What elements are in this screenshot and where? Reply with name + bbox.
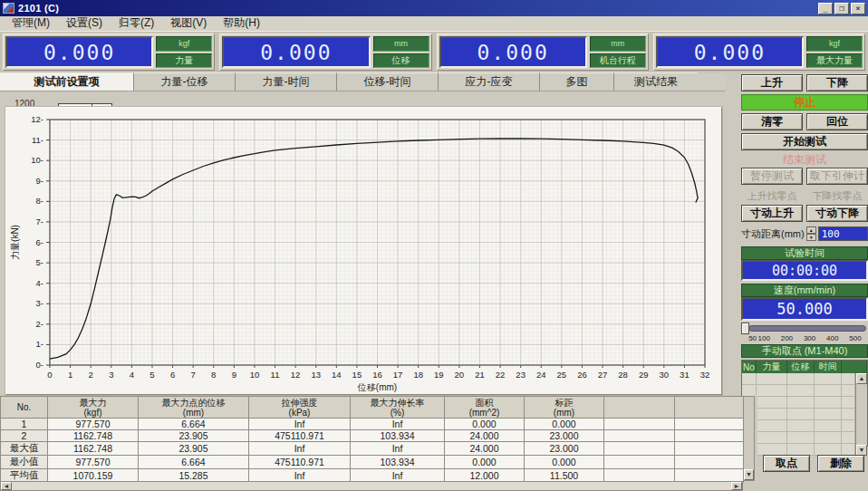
down-find-zero-button[interactable]: 下降找零点 [806, 188, 868, 203]
menu-view[interactable]: 视图(V) [162, 14, 215, 33]
tab-multi-chart[interactable]: 多图 [540, 72, 614, 91]
speed-slider[interactable] [741, 323, 868, 334]
scroll-right-icon[interactable]: ► [731, 482, 742, 490]
x-tick-label: 24 [536, 370, 546, 380]
x-tick-label: 23 [516, 370, 526, 380]
y-tick-label: 3- [36, 298, 43, 308]
menu-manage[interactable]: 管理(M) [4, 14, 58, 33]
maxforce-unit: kgf [806, 36, 863, 52]
menu-help[interactable]: 帮助(H) [215, 14, 268, 33]
take-point-button[interactable]: 取点 [763, 455, 810, 472]
spin-up-icon[interactable]: ▲ [806, 226, 816, 234]
slider-tick-label: 400 [826, 334, 838, 342]
up-find-zero-button[interactable]: 上升找零点 [741, 188, 803, 203]
scroll-down-icon[interactable]: ▼ [744, 469, 754, 480]
manual-points-cell [842, 385, 855, 397]
pause-test-button[interactable]: 暂停测试 [741, 168, 803, 185]
tab-test-results[interactable]: 测试结果 [614, 72, 698, 91]
manual-points-cell [815, 397, 842, 409]
start-test-button[interactable]: 开始测试 [741, 133, 868, 150]
speed-slider-thumb[interactable] [741, 323, 749, 334]
zero-button[interactable]: 清零 [741, 113, 803, 130]
x-tick-label: 28 [618, 370, 628, 380]
manual-points-cell [842, 409, 855, 420]
results-column-header: 标距(mm) [525, 397, 604, 419]
results-column-header [604, 397, 675, 419]
x-tick-label: 7 [191, 370, 196, 380]
tab-pretest-settings[interactable]: 测试前设置项 [0, 72, 134, 91]
x-tick-label: 4 [130, 370, 134, 380]
results-table-body: 1977.5706.664InfInf0.0000.00021162.74823… [1, 419, 744, 483]
return-button[interactable]: 回位 [806, 113, 868, 130]
scroll-left-icon[interactable]: ◄ [1, 482, 12, 490]
displacement-value: 0.000 [222, 36, 370, 68]
y-tick-label: 11- [32, 135, 43, 145]
tab-displacement-time[interactable]: 位移-时间 [337, 72, 439, 91]
maxforce-value: 0.000 [656, 36, 804, 68]
remove-extensometer-button[interactable]: 取下引伸计 [806, 168, 868, 185]
spin-down-icon[interactable]: ▼ [806, 234, 816, 241]
manual-points-cell [757, 409, 787, 420]
x-tick-label: 3 [109, 370, 113, 380]
results-area: No.最大力(kgf)最大力点的位移(mm)拉伸强度(kPa)最大力伸长率(%)… [0, 396, 757, 491]
speed-slider-track[interactable] [748, 325, 866, 332]
jog-up-button[interactable]: 寸动上升 [741, 205, 803, 222]
results-column-header: No. [1, 397, 48, 419]
x-tick-label: 13 [311, 370, 321, 380]
x-tick-label: 15 [352, 370, 362, 380]
manual-points-cell [815, 432, 842, 444]
force-displacement-chart-panel: 0123456789101112131415161718192021222324… [5, 107, 722, 395]
close-button[interactable]: × [851, 3, 865, 14]
x-tick-label: 1 [68, 370, 72, 380]
results-column-header: 最大力(kgf) [48, 397, 139, 419]
maximize-button[interactable]: ❐ [834, 3, 849, 14]
y-tick-label: 12- [31, 114, 43, 124]
minimize-button[interactable]: _ [818, 3, 833, 14]
slider-tick-label: 100 [758, 334, 770, 342]
results-cell: 最大值 [1, 442, 48, 456]
end-test-button[interactable]: 结束测试 [741, 152, 868, 167]
x-tick-label: 32 [700, 370, 710, 380]
tab-force-displacement[interactable]: 力量-位移 [134, 72, 236, 91]
jog-distance-field[interactable]: 100 [818, 226, 868, 241]
results-cell: 103.934 [351, 456, 445, 469]
displacement-label: 位移 [373, 53, 429, 69]
results-table: No.最大力(kgf)最大力点的位移(mm)拉伸强度(kPa)最大力伸长率(%)… [0, 396, 744, 483]
up-button[interactable]: 上升 [741, 74, 803, 91]
scroll-up-icon[interactable]: ▲ [856, 373, 867, 384]
jog-distance-label: 寸动距离(mm) [741, 227, 805, 241]
results-cell: 23.905 [139, 442, 249, 456]
force-displacement-chart: 0123456789101112131415161718192021222324… [6, 108, 721, 394]
results-cell: 23.000 [525, 430, 604, 442]
x-tick-label: 31 [680, 370, 690, 380]
test-time-display: 00:00:00 [741, 260, 868, 281]
jog-distance-stepper[interactable]: ▲▼ [806, 226, 816, 241]
results-column-header [675, 397, 744, 419]
control-panel: 上升 下降 停止 清零 回位 开始测试 结束测试 暂停测试 取下引伸计 上升找零… [741, 74, 868, 491]
results-vertical-scrollbar[interactable]: ▼ [743, 396, 755, 481]
manual-points-table-body [742, 373, 855, 456]
results-cell: 1162.748 [48, 430, 139, 442]
delete-point-button[interactable]: 删除 [817, 455, 864, 472]
manual-points-cell [757, 373, 787, 385]
menu-settings[interactable]: 设置(S) [58, 14, 111, 33]
stroke-label: 机台行程 [590, 53, 646, 69]
x-tick-label: 17 [393, 370, 403, 380]
maxforce-label: 最大力量 [806, 53, 863, 69]
tab-force-time[interactable]: 力量-时间 [236, 72, 337, 91]
results-cell: 475110.971 [249, 456, 351, 469]
menu-zero[interactable]: 归零(Z) [111, 14, 162, 33]
results-cell: 0.000 [525, 456, 604, 469]
displacement-readout: 0.000 mm 位移 [219, 34, 431, 71]
y-tick-label: 4- [36, 278, 43, 288]
stroke-readout: 0.000 mm 机台行程 [437, 34, 649, 71]
down-button[interactable]: 下降 [806, 74, 868, 91]
results-horizontal-scrollbar[interactable]: ◄ ► [0, 481, 743, 491]
jog-down-button[interactable]: 寸动下降 [806, 205, 868, 222]
tab-stress-strain[interactable]: 应力-应变 [439, 72, 540, 91]
results-row: 1977.5706.664InfInf0.0000.000 [1, 419, 744, 430]
x-tick-label: 16 [372, 370, 382, 380]
x-tick-label: 20 [455, 370, 465, 380]
manual-points-scrollbar[interactable]: ▲ ▼ [855, 373, 867, 456]
x-tick-label: 6 [170, 370, 175, 380]
